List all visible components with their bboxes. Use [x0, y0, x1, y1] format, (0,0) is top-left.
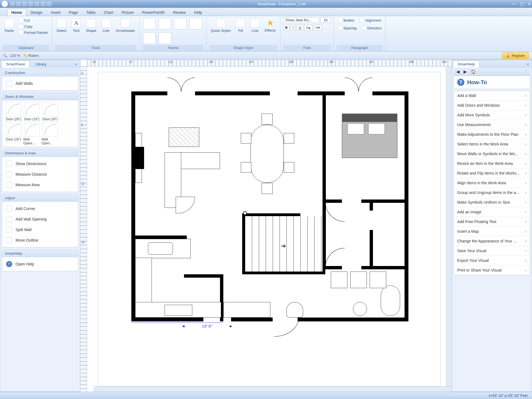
theme-thumb-1[interactable] — [143, 18, 156, 29]
howto-item[interactable]: Add Doors and Windows — [454, 101, 530, 110]
effects-button[interactable]: ★Effects — [263, 17, 277, 34]
arrowheads-button[interactable]: Arrowheads — [114, 17, 137, 34]
nav-back-icon[interactable]: ◀ — [456, 69, 461, 74]
bold-button[interactable]: B — [283, 25, 290, 30]
theme-thumb-3[interactable] — [174, 18, 187, 29]
tab-design[interactable]: Design — [26, 9, 47, 16]
quick-styles-button[interactable]: Quick Styles — [209, 17, 232, 34]
rulers-toggle[interactable]: 📏 Rulers — [23, 53, 39, 58]
direction-button[interactable]: Direction — [360, 25, 383, 31]
howto-item[interactable]: Select Items in the Work Area — [454, 139, 530, 149]
section-head-smarthelp[interactable]: SmartHelp — [2, 250, 78, 257]
howto-item[interactable]: Make Adjustments to the Floor Plan — [454, 130, 530, 139]
section-head-construction[interactable]: Construction — [2, 69, 78, 76]
door-shape-3[interactable]: Door (28") — [42, 102, 59, 121]
howto-item[interactable]: Print or Share Your Visual — [454, 265, 530, 275]
door-shape-4[interactable]: Door (28") — [5, 122, 22, 145]
door-shape-1[interactable]: Door (28") — [5, 102, 22, 121]
howto-item[interactable]: Align Items in the Work Area — [454, 178, 530, 188]
howto-item[interactable]: Insert a Map — [454, 227, 530, 236]
register-button[interactable]: Register — [502, 52, 529, 59]
cut-button[interactable]: Cut — [17, 17, 49, 23]
qat-more-icon[interactable] — [47, 1, 52, 6]
open-help-button[interactable]: ?Open Help — [5, 259, 75, 269]
wall-open-shape-1[interactable]: Wall Openi... — [23, 122, 40, 145]
measure-area-button[interactable]: Measure Area — [5, 180, 75, 190]
font-size-select[interactable]: 10 — [320, 17, 331, 23]
qat-print-icon[interactable] — [28, 1, 33, 6]
copy-button[interactable]: Copy — [17, 23, 49, 29]
maximize-button[interactable]: ▢ — [520, 1, 524, 7]
close-button[interactable]: x — [528, 1, 530, 7]
fill-button[interactable]: Fill — [234, 17, 247, 34]
select-button[interactable]: Select — [55, 17, 68, 34]
qat-new-icon[interactable] — [10, 1, 15, 6]
home-icon[interactable]: 🏠 — [471, 69, 476, 74]
tab-library[interactable]: Library — [31, 60, 51, 68]
measure-distance-button[interactable]: Measure Distance — [5, 169, 75, 180]
wall-open-shape-2[interactable]: Wall Open... — [42, 122, 59, 145]
shape-button[interactable]: Shape — [84, 17, 98, 34]
grow-font-button[interactable]: A▴ — [304, 25, 313, 30]
section-head-dimensions[interactable]: Dimensions & Area — [2, 150, 78, 157]
tab-smartpanel[interactable]: SmartPanel — [1, 60, 30, 68]
howto-item[interactable]: Add an Image — [454, 207, 530, 217]
nav-fwd-icon[interactable]: ▶ — [464, 69, 469, 74]
add-walls-button[interactable]: Add Walls — [5, 78, 75, 89]
door-shape-2[interactable]: Door (18") — [23, 102, 40, 121]
spacing-button[interactable]: Spacing — [337, 25, 358, 31]
howto-item[interactable]: Move Walls or Symbols in the Wo... — [454, 149, 530, 159]
howto-item[interactable]: Rotate and Flip Items in the Works... — [454, 168, 530, 178]
zoom-value[interactable]: 125 % — [10, 53, 20, 58]
tab-picture[interactable]: Picture — [117, 9, 138, 16]
theme-thumb-5[interactable] — [143, 32, 156, 44]
howto-item[interactable]: Add a Wall — [454, 91, 530, 101]
tab-powerpoint[interactable]: PowerPoint® — [138, 9, 169, 16]
theme-thumb-6[interactable] — [158, 32, 171, 44]
section-head-adjust[interactable]: Adjust — [2, 195, 78, 202]
tab-home[interactable]: Home — [7, 9, 26, 16]
move-outline-button[interactable]: Move Outline — [5, 235, 75, 245]
underline-button[interactable]: U — [297, 25, 303, 30]
howto-item[interactable]: Add More Symbols — [454, 110, 530, 120]
howto-item[interactable]: Save Your Visual — [454, 246, 530, 256]
section-head-doors[interactable]: Doors & Windows — [2, 93, 78, 100]
theme-thumb-2[interactable] — [158, 18, 171, 29]
theme-thumb-4[interactable] — [190, 18, 202, 29]
qat-open-icon[interactable] — [16, 1, 21, 6]
text-button[interactable]: AText — [70, 17, 83, 34]
qat-save-icon[interactable] — [22, 1, 27, 6]
howto-item[interactable]: Resize an Item in the Work Area — [454, 159, 530, 168]
zoom-icon[interactable]: 🔍 — [3, 53, 7, 58]
howto-item[interactable]: Add Free-Floating Text — [454, 217, 530, 227]
tab-smarthelp-right[interactable]: SmartHelp — [453, 60, 479, 68]
alignment-button[interactable]: Alignment — [358, 17, 382, 23]
horizontal-scrollbar[interactable] — [94, 386, 452, 392]
line-style-button[interactable]: Line — [249, 17, 261, 34]
howto-item[interactable]: Export Your Visual — [454, 256, 530, 265]
bullets-button[interactable]: Bullets — [337, 17, 355, 23]
qat-undo-icon[interactable] — [34, 1, 39, 6]
italic-button[interactable]: I — [291, 25, 296, 30]
howto-item[interactable]: Group and Ungroup Items in the a... — [454, 188, 530, 198]
tab-table[interactable]: Table — [82, 9, 99, 16]
howto-item[interactable]: Use Measurements — [454, 120, 530, 130]
left-panel-close[interactable]: × — [75, 62, 77, 66]
font-name-select[interactable]: Times New Ro... — [283, 17, 319, 23]
tab-page[interactable]: Page — [65, 9, 82, 16]
floorplan[interactable]: ➔ — [131, 91, 408, 321]
help-icon-right[interactable]: ❔ — [522, 69, 527, 74]
line-button[interactable]: Line — [100, 17, 112, 34]
tab-review[interactable]: Review — [169, 9, 190, 16]
howto-item[interactable]: Make Symbols Uniform in Size — [454, 198, 530, 207]
howto-item[interactable]: Change the Appearance of Your ... — [454, 236, 530, 246]
font-color-button[interactable]: A▾ — [314, 25, 322, 30]
minimize-button[interactable]: — — [512, 1, 516, 7]
tab-chart[interactable]: Chart — [100, 9, 117, 16]
tab-help[interactable]: Help — [190, 9, 206, 16]
tab-insert[interactable]: Insert — [47, 9, 65, 16]
qat-redo-icon[interactable] — [40, 1, 45, 6]
add-wall-opening-button[interactable]: Add Wall Opening — [5, 214, 75, 224]
add-corner-button[interactable]: Add Corner — [5, 203, 75, 214]
vertical-scrollbar[interactable] — [446, 66, 452, 386]
